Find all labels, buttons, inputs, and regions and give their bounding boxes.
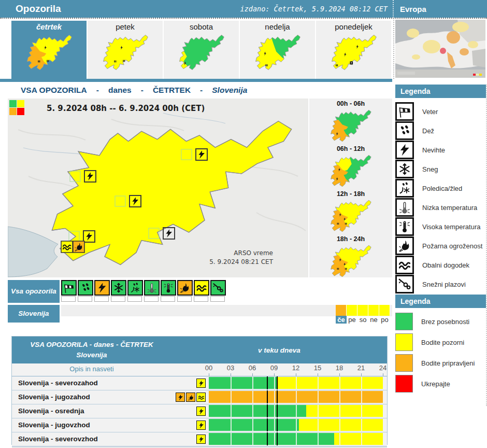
storm-icon <box>177 394 184 401</box>
tab-petek[interactable]: petek <box>88 21 163 79</box>
desc-header: Opis in nasveti <box>12 363 171 376</box>
time-map-block: 00h - 06h <box>323 99 379 144</box>
legend-item-label: Obalni dogodek <box>422 261 469 269</box>
hour-label: 18 <box>336 364 343 372</box>
tab-minimap-sat <box>176 32 227 73</box>
header-divider <box>0 18 487 19</box>
legend-sidebar: Legenda Veter Dež Nevihte Sneg Poledica/… <box>395 85 486 406</box>
row-timeline <box>209 376 383 390</box>
fire-icon <box>398 239 411 253</box>
tab-sobota[interactable]: sobota <box>164 21 239 79</box>
warning-type-cell-coast[interactable] <box>194 280 209 302</box>
legend-color-label: Bodite pozorni <box>421 339 464 346</box>
day-select-po[interactable]: po <box>379 305 390 324</box>
table-title-line1: VSA OPOZORILA - danes - ČETRTEK <box>30 340 153 350</box>
europe-map-thumbnail[interactable] <box>395 20 485 78</box>
all-warnings-icon-strip <box>61 280 226 302</box>
storm-icon <box>198 422 205 429</box>
heading-part: VSA OPOZORILA <box>21 86 87 95</box>
tab-label: sobota <box>190 22 213 32</box>
time-minimap-t1 <box>323 108 379 144</box>
warning-type-subcell <box>177 296 192 302</box>
legend-icons-title: Legenda <box>395 85 486 98</box>
heading-separator: - <box>96 86 99 95</box>
tab-minimap-sun <box>252 32 303 73</box>
legend-item-label: Snežni plazovi <box>422 281 466 288</box>
issued-timestamp: izdano: Četrtek, 5.9.2024 08:12 CET <box>61 5 393 13</box>
legend-item-label: Dež <box>422 127 434 135</box>
ice-icon <box>398 181 411 195</box>
warning-type-cell-hot[interactable] <box>161 280 176 302</box>
legend-item-fire: Požarna ogroženost <box>395 236 482 255</box>
main-panel: 5. 9.2024 08h -- 6. 9.2024 00h (CET)ARSO… <box>8 99 392 277</box>
warning-type-cell-ice[interactable] <box>127 280 143 302</box>
day-select-ne[interactable]: ne <box>368 305 379 324</box>
legend-color-item: Ukrepajte <box>395 375 450 393</box>
warnings-table-subheader: Opis in nasveti 000306091215182124 <box>12 363 387 376</box>
coast-icon <box>196 282 207 293</box>
europe-nav-label[interactable]: Evropa <box>393 0 487 18</box>
now-marker <box>267 390 268 403</box>
time-minimap-t4 <box>323 243 379 279</box>
tab-minimap-mon <box>328 32 379 73</box>
warning-type-cell-fire[interactable] <box>177 280 193 302</box>
warning-type-cell-snow[interactable] <box>111 280 126 302</box>
legend-item-label: Požarna ogroženost <box>422 242 482 250</box>
section-divider <box>0 79 392 82</box>
legend-item-storm: Nevihte <box>395 141 445 159</box>
row-timeline <box>209 390 383 404</box>
warning-type-cell-cold[interactable] <box>144 280 160 302</box>
legend-item-hot: Visoka temperatura <box>395 217 481 236</box>
table-row: Slovenija - jugovzhod <box>12 418 387 432</box>
warning-type-subcell <box>94 296 109 302</box>
row-timeline <box>209 404 383 418</box>
warning-type-cell-storm[interactable] <box>94 280 110 302</box>
day-color-square <box>347 305 357 316</box>
day-select-pe[interactable]: pe <box>347 305 357 324</box>
warning-type-cell-rain[interactable] <box>78 280 93 302</box>
legend-color-swatch <box>395 333 413 351</box>
row-timeline <box>209 432 383 446</box>
table-row: Slovenija - severozahod <box>12 376 387 390</box>
day-abbrev: pe <box>347 316 357 324</box>
now-marker <box>277 432 278 445</box>
tab-label: petek <box>116 22 135 32</box>
day-color-square <box>368 305 379 316</box>
tab-ponedeljek[interactable]: ponedeljek <box>316 21 391 79</box>
time-map-label: 06h - 12h <box>337 145 365 153</box>
warning-type-cell-avalanche[interactable] <box>210 280 226 302</box>
day-select-so[interactable]: so <box>357 305 368 324</box>
timeline-segment <box>277 377 383 389</box>
tab-četrtek[interactable]: četrtek <box>11 21 87 79</box>
vertical-divider <box>393 20 394 79</box>
legend-item-rain: Dež <box>395 121 434 140</box>
hour-label: 00 <box>205 364 212 372</box>
hot-icon <box>163 282 174 293</box>
all-warnings-row: Vsa opozorila <box>8 280 392 303</box>
row-region-label: Slovenija - jugozahod <box>12 390 171 404</box>
now-marker <box>267 404 268 417</box>
warning-type-cell-wind[interactable] <box>61 280 77 302</box>
hour-label: 15 <box>314 364 321 372</box>
coast-icon <box>198 394 205 401</box>
legend-color-swatch <box>395 375 413 393</box>
legend-item-label: Nevihte <box>422 146 445 154</box>
now-marker <box>267 376 268 389</box>
cold-icon <box>398 201 411 214</box>
hour-label: 12 <box>292 364 299 372</box>
rain-icon <box>80 282 91 293</box>
tab-label: četrtek <box>36 22 62 32</box>
snow-icon <box>398 162 411 176</box>
day-select-če[interactable]: če <box>336 305 347 324</box>
day-abbrev: po <box>379 316 390 324</box>
heading-separator: - <box>200 86 203 95</box>
row-warning-storm-icon <box>196 379 206 388</box>
time-map-label: 12h - 18h <box>337 190 365 198</box>
time-map-label: 18h - 24h <box>337 235 365 243</box>
tab-nedelja[interactable]: nedelja <box>240 21 315 79</box>
row-warning-storm-icon <box>196 421 206 430</box>
hour-label: 21 <box>357 364 365 372</box>
time-map-block: 12h - 18h <box>323 189 379 234</box>
slovenia-row-label: Slovenija <box>8 305 60 323</box>
svg-text:5. 9.2024 08h -- 6. 9.2024: 5. 9.2024 08h -- 6. 9.2024 00h (CET) <box>47 104 205 113</box>
